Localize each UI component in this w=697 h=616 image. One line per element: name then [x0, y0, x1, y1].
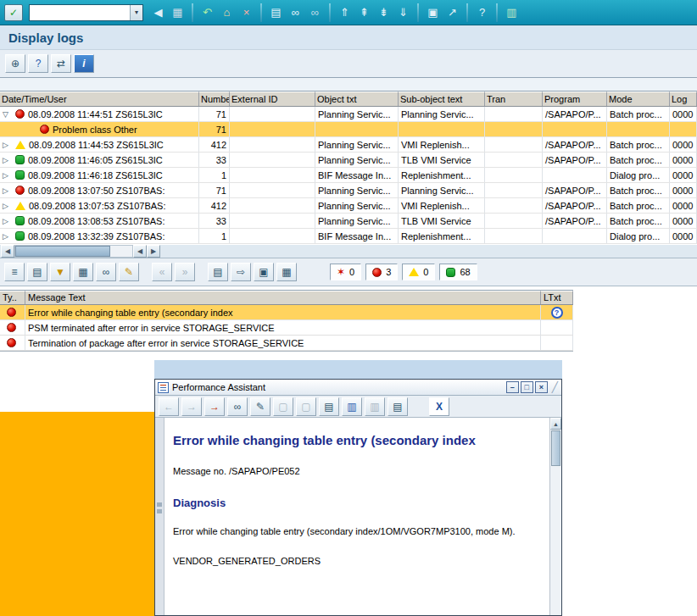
page-up-icon[interactable]: ⇞ [355, 3, 373, 21]
col-subobject-text[interactable]: Sub-object text [399, 92, 485, 106]
col-type[interactable]: Ty.. [0, 291, 25, 304]
tree-expander-icon[interactable]: ▽ [3, 110, 14, 119]
log-row[interactable]: ▷ 08.09.2008 13:07:50 ZS107BAS: 71 Plann… [0, 183, 697, 198]
log-row[interactable]: ▷ 08.09.2008 13:07:53 ZS107BAS: 412 Plan… [0, 198, 697, 214]
table-settings-icon[interactable]: ▦ [276, 263, 297, 281]
print-icon[interactable]: ▤ [267, 3, 285, 21]
message-row[interactable]: Termination of package after error in se… [0, 336, 573, 351]
error-status-icon [15, 186, 25, 195]
excel-export-icon[interactable]: X [429, 397, 449, 416]
log-hscrollbar: ◀ ◀ ▶ [0, 245, 697, 258]
last-page-icon[interactable]: ⇓ [394, 3, 412, 21]
display-icon[interactable]: ∞ [227, 397, 248, 416]
cancel-icon[interactable]: × [237, 3, 255, 21]
print-icon[interactable]: ▤ [27, 263, 47, 281]
customize-layout-icon[interactable]: ▥ [503, 3, 521, 21]
save-file-icon[interactable]: ▦ [73, 263, 93, 281]
tree-expander-icon[interactable]: ▷ [3, 202, 14, 210]
print-icon[interactable]: ▤ [388, 397, 408, 416]
find-icon[interactable]: ∞ [96, 263, 116, 281]
tree-expander-icon[interactable]: ▷ [3, 217, 14, 225]
log-row[interactable]: ▽ 08.09.2008 11:44:51 ZS615L3IC 71 Plann… [0, 107, 697, 122]
abort-counter[interactable]: ✶ 0 [330, 264, 361, 280]
success-counter[interactable]: 68 [439, 264, 477, 280]
doc-2-icon[interactable]: ▢ [296, 397, 316, 416]
list-icon[interactable]: ▤ [319, 397, 339, 416]
edit-icon[interactable]: ✎ [250, 397, 270, 416]
col-date-time-user[interactable]: Date/Time/User [0, 92, 199, 106]
save-icon[interactable]: ▦ [169, 3, 187, 21]
scroll-thumb[interactable] [15, 246, 110, 257]
print-messages-icon[interactable]: ▤ [208, 263, 228, 281]
filter-icon[interactable]: ▼ [50, 263, 70, 281]
log-row[interactable]: ▷ 08.09.2008 13:08:53 ZS107BAS: 33 Plann… [0, 214, 697, 229]
col-tran[interactable]: Tran [485, 92, 543, 106]
enter-icon[interactable]: ✓ [4, 4, 23, 21]
filter-edit-icon[interactable]: ✎ [119, 263, 139, 281]
scroll-left-icon-2[interactable]: ◀ [133, 245, 147, 258]
exit-icon[interactable]: ⌂ [218, 3, 236, 21]
command-history-icon[interactable]: ▾ [130, 5, 142, 20]
long-text-icon[interactable]: ? [551, 307, 563, 319]
assistant-scroll-thumb[interactable] [551, 430, 560, 466]
back-icon[interactable]: ← [159, 397, 179, 416]
next-messages-icon[interactable]: » [175, 263, 195, 281]
tree-expander-icon[interactable]: ▷ [3, 186, 14, 195]
jump-icon[interactable]: → [204, 397, 225, 416]
doc-1-icon[interactable]: ▢ [273, 397, 293, 416]
export-icon[interactable]: ⇨ [231, 263, 251, 281]
find-next-icon[interactable]: ∞ [306, 3, 324, 21]
minimize-button[interactable]: – [506, 381, 519, 393]
resize-grip-icon[interactable]: ╱ [552, 381, 558, 393]
scroll-right-icon[interactable]: ▶ [147, 245, 160, 258]
maximize-button[interactable]: □ [521, 381, 533, 393]
splitter-handle[interactable] [157, 509, 162, 513]
log-row[interactable]: ▷ 08.09.2008 11:46:05 ZS615L3IC 33 Plann… [0, 153, 697, 168]
help-icon[interactable]: ? [473, 3, 491, 21]
tree-expander-icon[interactable]: ▷ [3, 171, 14, 180]
splitter-handle[interactable] [157, 502, 162, 507]
tree-expander-icon[interactable]: ▷ [3, 141, 14, 149]
error-counter[interactable]: 3 [365, 264, 398, 280]
log-row[interactable]: ▷ 08.09.2008 13:32:39 ZS107BAS: 1 BIF Me… [0, 229, 697, 244]
command-field[interactable] [30, 6, 130, 19]
new-session-icon[interactable]: ▣ [424, 3, 442, 21]
message-row[interactable]: Error while changing table entry (second… [0, 305, 573, 320]
tree-expander-icon[interactable]: ▷ [3, 156, 14, 164]
log-row[interactable]: ▷ 08.09.2008 11:46:18 ZS615L3IC 1 BIF Me… [0, 168, 697, 183]
tree-expander-icon[interactable]: ▷ [3, 232, 14, 241]
create-shortcut-icon[interactable]: ↗ [443, 3, 461, 21]
find-icon[interactable]: ∞ [287, 3, 304, 21]
log-row[interactable]: ▷ 08.09.2008 11:44:53 ZS615L3IC 412 Plan… [0, 137, 697, 153]
scroll-up-icon[interactable]: ▲ [550, 418, 561, 430]
col-message-text[interactable]: Message Text [25, 291, 541, 304]
display-detail-icon[interactable]: ⊕ [5, 54, 25, 73]
display-details-icon[interactable]: ≡ [4, 263, 25, 281]
undo-icon[interactable]: ↶ [198, 3, 216, 21]
prev-messages-icon[interactable]: « [152, 263, 172, 281]
copy-icon[interactable]: ▣ [254, 263, 274, 281]
col-number[interactable]: Numbe [199, 92, 230, 106]
scroll-left-icon[interactable]: ◀ [1, 245, 14, 258]
other-log-icon[interactable]: ⇄ [51, 54, 71, 73]
col-ltxt[interactable]: LTxt [541, 291, 573, 304]
col-object-txt[interactable]: Object txt [315, 92, 399, 106]
message-row[interactable]: PSM terminated after error in service ST… [0, 320, 573, 336]
col-log[interactable]: Log [670, 92, 697, 106]
first-page-icon[interactable]: ⇑ [336, 3, 354, 21]
scroll-track[interactable] [14, 245, 133, 258]
log-row[interactable]: Problem class Other 71 [0, 122, 697, 137]
forward-icon[interactable]: → [181, 397, 202, 416]
info-icon[interactable]: i [74, 54, 94, 73]
col-external-id[interactable]: External ID [230, 92, 315, 106]
help-icon[interactable]: ? [28, 54, 48, 73]
back-icon[interactable]: ◀ [149, 3, 167, 21]
page-down-icon[interactable]: ⇟ [375, 3, 393, 21]
document-blue-icon[interactable]: ▥ [342, 397, 362, 416]
warning-counter[interactable]: 0 [402, 264, 435, 280]
col-program[interactable]: Program [543, 92, 607, 106]
close-button[interactable]: × [535, 381, 548, 393]
assistant-titlebar[interactable]: Performance Assistant –□× ╱ [155, 380, 561, 396]
document-gray-icon[interactable]: ▥ [365, 397, 385, 416]
col-mode[interactable]: Mode [607, 92, 670, 106]
